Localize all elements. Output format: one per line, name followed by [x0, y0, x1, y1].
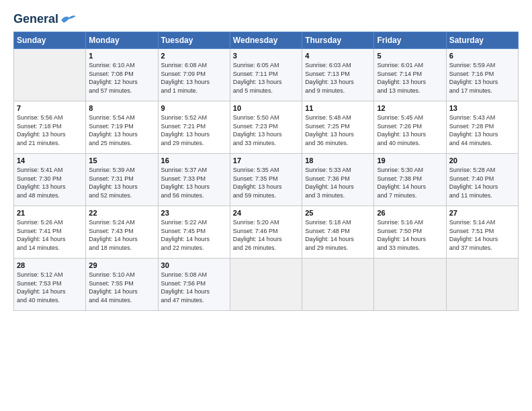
calendar-cell: 22Sunrise: 5:24 AM Sunset: 7:43 PM Dayli…: [86, 206, 158, 259]
day-info: Sunrise: 5:10 AM Sunset: 7:55 PM Dayligh…: [89, 271, 154, 304]
day-number: 28: [17, 261, 83, 269]
header-cell-friday: Friday: [374, 32, 446, 49]
day-number: 25: [305, 209, 371, 217]
calendar-cell: 10Sunrise: 5:50 AM Sunset: 7:23 PM Dayli…: [230, 101, 302, 154]
day-info: Sunrise: 5:35 AM Sunset: 7:35 PM Dayligh…: [233, 166, 299, 199]
day-number: 13: [449, 104, 515, 112]
header-cell-saturday: Saturday: [446, 32, 518, 49]
day-info: Sunrise: 5:48 AM Sunset: 7:25 PM Dayligh…: [305, 113, 371, 147]
calendar-cell: 17Sunrise: 5:35 AM Sunset: 7:35 PM Dayli…: [230, 154, 302, 206]
day-number: 9: [161, 104, 227, 112]
header-cell-monday: Monday: [86, 32, 158, 49]
calendar-cell: 7Sunrise: 5:56 AM Sunset: 7:18 PM Daylig…: [14, 101, 86, 154]
day-info: Sunrise: 6:03 AM Sunset: 7:13 PM Dayligh…: [305, 61, 371, 95]
day-info: Sunrise: 5:37 AM Sunset: 7:33 PM Dayligh…: [161, 166, 227, 199]
header-row: SundayMondayTuesdayWednesdayThursdayFrid…: [14, 32, 519, 49]
day-info: Sunrise: 5:45 AM Sunset: 7:26 PM Dayligh…: [377, 113, 443, 147]
day-number: 16: [161, 156, 227, 165]
day-info: Sunrise: 5:26 AM Sunset: 7:41 PM Dayligh…: [17, 218, 83, 252]
day-number: 17: [233, 156, 299, 165]
logo-general-text: General: [13, 12, 58, 26]
calendar-cell: 3Sunrise: 6:05 AM Sunset: 7:11 PM Daylig…: [230, 49, 302, 101]
calendar-cell: 5Sunrise: 6:01 AM Sunset: 7:14 PM Daylig…: [374, 49, 446, 101]
calendar-cell: 30Sunrise: 5:08 AM Sunset: 7:56 PM Dayli…: [158, 259, 230, 311]
calendar-cell: [14, 49, 86, 101]
calendar-table: SundayMondayTuesdayWednesdayThursdayFrid…: [13, 32, 519, 311]
day-number: 27: [449, 209, 515, 217]
day-number: 3: [233, 52, 299, 60]
week-row-0: 1Sunrise: 6:10 AM Sunset: 7:08 PM Daylig…: [14, 49, 519, 101]
calendar-cell: [374, 259, 446, 311]
day-number: 18: [305, 156, 371, 165]
calendar-cell: 6Sunrise: 5:59 AM Sunset: 7:16 PM Daylig…: [446, 49, 518, 101]
calendar-cell: 16Sunrise: 5:37 AM Sunset: 7:33 PM Dayli…: [158, 154, 230, 206]
calendar-cell: 19Sunrise: 5:30 AM Sunset: 7:38 PM Dayli…: [374, 154, 446, 206]
calendar-cell: 8Sunrise: 5:54 AM Sunset: 7:19 PM Daylig…: [86, 101, 158, 154]
day-number: 23: [161, 209, 227, 217]
day-info: Sunrise: 5:52 AM Sunset: 7:21 PM Dayligh…: [161, 113, 227, 147]
day-info: Sunrise: 5:41 AM Sunset: 7:30 PM Dayligh…: [17, 166, 83, 199]
calendar-cell: 20Sunrise: 5:28 AM Sunset: 7:40 PM Dayli…: [446, 154, 518, 206]
calendar-cell: 2Sunrise: 6:08 AM Sunset: 7:09 PM Daylig…: [158, 49, 230, 101]
calendar-cell: 27Sunrise: 5:14 AM Sunset: 7:51 PM Dayli…: [446, 206, 518, 259]
day-info: Sunrise: 5:14 AM Sunset: 7:51 PM Dayligh…: [449, 218, 515, 252]
day-number: 2: [161, 52, 227, 60]
day-number: 5: [377, 52, 443, 60]
calendar-cell: 29Sunrise: 5:10 AM Sunset: 7:55 PM Dayli…: [86, 259, 158, 311]
calendar-cell: 12Sunrise: 5:45 AM Sunset: 7:26 PM Dayli…: [374, 101, 446, 154]
calendar-cell: 21Sunrise: 5:26 AM Sunset: 7:41 PM Dayli…: [14, 206, 86, 259]
calendar-cell: 13Sunrise: 5:43 AM Sunset: 7:28 PM Dayli…: [446, 101, 518, 154]
header-cell-sunday: Sunday: [14, 32, 86, 49]
day-number: 15: [89, 156, 154, 165]
day-number: 12: [377, 104, 443, 112]
calendar-cell: 4Sunrise: 6:03 AM Sunset: 7:13 PM Daylig…: [302, 49, 374, 101]
calendar-cell: 15Sunrise: 5:39 AM Sunset: 7:31 PM Dayli…: [86, 154, 158, 206]
week-row-1: 7Sunrise: 5:56 AM Sunset: 7:18 PM Daylig…: [14, 101, 519, 154]
header: General: [13, 12, 519, 24]
calendar-cell: 14Sunrise: 5:41 AM Sunset: 7:30 PM Dayli…: [14, 154, 86, 206]
week-row-3: 21Sunrise: 5:26 AM Sunset: 7:41 PM Dayli…: [14, 206, 519, 259]
day-info: Sunrise: 6:01 AM Sunset: 7:14 PM Dayligh…: [377, 61, 443, 95]
calendar-cell: 18Sunrise: 5:33 AM Sunset: 7:36 PM Dayli…: [302, 154, 374, 206]
day-number: 8: [89, 104, 154, 112]
day-info: Sunrise: 5:08 AM Sunset: 7:56 PM Dayligh…: [161, 271, 227, 304]
day-number: 19: [377, 156, 443, 165]
day-number: 1: [89, 52, 154, 60]
day-info: Sunrise: 5:18 AM Sunset: 7:48 PM Dayligh…: [305, 218, 371, 252]
calendar-cell: 1Sunrise: 6:10 AM Sunset: 7:08 PM Daylig…: [86, 49, 158, 101]
header-cell-wednesday: Wednesday: [230, 32, 302, 49]
day-info: Sunrise: 5:50 AM Sunset: 7:23 PM Dayligh…: [233, 113, 299, 147]
day-info: Sunrise: 5:16 AM Sunset: 7:50 PM Dayligh…: [377, 218, 443, 252]
day-info: Sunrise: 5:28 AM Sunset: 7:40 PM Dayligh…: [449, 166, 515, 199]
day-number: 4: [305, 52, 371, 60]
day-info: Sunrise: 5:24 AM Sunset: 7:43 PM Dayligh…: [89, 218, 154, 252]
day-info: Sunrise: 5:30 AM Sunset: 7:38 PM Dayligh…: [377, 166, 443, 199]
day-info: Sunrise: 5:56 AM Sunset: 7:18 PM Dayligh…: [17, 113, 83, 147]
day-number: 7: [17, 104, 83, 112]
calendar-cell: [446, 259, 518, 311]
day-number: 11: [305, 104, 371, 112]
day-info: Sunrise: 5:54 AM Sunset: 7:19 PM Dayligh…: [89, 113, 154, 147]
day-number: 24: [233, 209, 299, 217]
header-cell-tuesday: Tuesday: [158, 32, 230, 49]
day-number: 6: [449, 52, 515, 60]
week-row-4: 28Sunrise: 5:12 AM Sunset: 7:53 PM Dayli…: [14, 259, 519, 311]
day-number: 20: [449, 156, 515, 165]
day-info: Sunrise: 5:39 AM Sunset: 7:31 PM Dayligh…: [89, 166, 154, 199]
calendar-cell: 11Sunrise: 5:48 AM Sunset: 7:25 PM Dayli…: [302, 101, 374, 154]
day-number: 29: [89, 261, 154, 269]
day-info: Sunrise: 5:33 AM Sunset: 7:36 PM Dayligh…: [305, 166, 371, 199]
calendar-cell: 28Sunrise: 5:12 AM Sunset: 7:53 PM Dayli…: [14, 259, 86, 311]
day-number: 21: [17, 209, 83, 217]
day-info: Sunrise: 5:43 AM Sunset: 7:28 PM Dayligh…: [449, 113, 515, 147]
calendar-cell: [302, 259, 374, 311]
week-row-2: 14Sunrise: 5:41 AM Sunset: 7:30 PM Dayli…: [14, 154, 519, 206]
calendar-cell: 24Sunrise: 5:20 AM Sunset: 7:46 PM Dayli…: [230, 206, 302, 259]
day-info: Sunrise: 5:12 AM Sunset: 7:53 PM Dayligh…: [17, 271, 83, 304]
page: General SundayMondayTuesdayWednesdayThur…: [0, 0, 532, 318]
day-number: 30: [161, 261, 227, 269]
day-info: Sunrise: 6:05 AM Sunset: 7:11 PM Dayligh…: [233, 61, 299, 95]
calendar-cell: 23Sunrise: 5:22 AM Sunset: 7:45 PM Dayli…: [158, 206, 230, 259]
day-number: 22: [89, 209, 154, 217]
calendar-cell: 25Sunrise: 5:18 AM Sunset: 7:48 PM Dayli…: [302, 206, 374, 259]
